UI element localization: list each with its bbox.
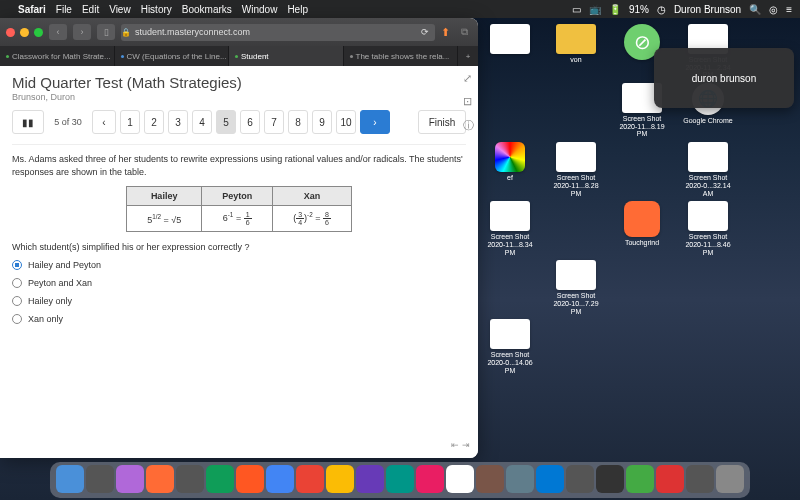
dock-app[interactable] xyxy=(236,465,264,493)
tab-2[interactable]: CW (Equations of the Line... xyxy=(115,46,230,66)
close-button[interactable] xyxy=(6,28,15,37)
option-4[interactable]: Xan only xyxy=(12,314,466,324)
dock-app[interactable] xyxy=(56,465,84,493)
tv-icon[interactable]: 📺 xyxy=(589,4,601,15)
dock-app[interactable] xyxy=(266,465,294,493)
new-tab-button[interactable]: + xyxy=(458,46,478,66)
url-bar[interactable]: 🔒 student.masteryconnect.com ⟳ xyxy=(121,24,435,41)
pause-button[interactable]: ▮▮ xyxy=(12,110,44,134)
dock-app[interactable] xyxy=(206,465,234,493)
info-icon[interactable]: ⓘ xyxy=(463,118,474,133)
tab-1[interactable]: Classwork for Math Strate... xyxy=(0,46,115,66)
dock-app[interactable] xyxy=(566,465,594,493)
page-5[interactable]: 5 xyxy=(216,110,236,134)
desktop-icon[interactable]: Screen Shot 2020-11...8.46 PM xyxy=(680,201,736,256)
tabs-button[interactable]: ⧉ xyxy=(456,24,472,40)
reload-icon[interactable]: ⟳ xyxy=(421,27,435,37)
icon-thumb xyxy=(490,319,530,349)
desktop-icon[interactable] xyxy=(680,260,736,315)
dock-app[interactable] xyxy=(116,465,144,493)
menu-help[interactable]: Help xyxy=(287,4,308,15)
maximize-button[interactable] xyxy=(34,28,43,37)
option-1[interactable]: Hailey and Peyton xyxy=(12,260,466,270)
desktop-icon[interactable]: Screen Shot 2020-10...7.29 PM xyxy=(548,260,604,315)
notification[interactable]: duron brunson xyxy=(654,48,794,108)
desktop-icon[interactable]: Screen Shot 2020-0...32.14 AM xyxy=(680,142,736,197)
desktop-icon[interactable] xyxy=(548,83,604,138)
desktop-icon[interactable]: von xyxy=(548,24,604,79)
dock-app[interactable] xyxy=(686,465,714,493)
battery-icon[interactable]: 🔋 xyxy=(609,4,621,15)
dock-app[interactable] xyxy=(476,465,504,493)
menu-history[interactable]: History xyxy=(141,4,172,15)
desktop-icon[interactable]: Screen Shot 2020-11...8.28 PM xyxy=(548,142,604,197)
menu-bookmarks[interactable]: Bookmarks xyxy=(182,4,232,15)
dock-app[interactable] xyxy=(596,465,624,493)
page-8[interactable]: 8 xyxy=(288,110,308,134)
page-2[interactable]: 2 xyxy=(144,110,164,134)
menu-window[interactable]: Window xyxy=(242,4,278,15)
desktop-icon[interactable] xyxy=(614,260,670,315)
option-3[interactable]: Hailey only xyxy=(12,296,466,306)
share-button[interactable]: ⬆ xyxy=(441,26,450,39)
radio-icon xyxy=(12,314,22,324)
user-name[interactable]: Duron Brunson xyxy=(674,4,741,15)
dock-app[interactable] xyxy=(506,465,534,493)
menu-file[interactable]: File xyxy=(56,4,72,15)
menu-view[interactable]: View xyxy=(109,4,131,15)
page-6[interactable]: 6 xyxy=(240,110,260,134)
desktop-icon[interactable]: Touchgrind xyxy=(614,201,670,256)
dock-app[interactable] xyxy=(326,465,354,493)
dock-app[interactable] xyxy=(296,465,324,493)
desktop-icon[interactable]: ef xyxy=(482,142,538,197)
desktop-icon[interactable] xyxy=(482,260,538,315)
page-9[interactable]: 9 xyxy=(312,110,332,134)
td-hailey: 51/2 = √5 xyxy=(127,206,202,232)
menu-edit[interactable]: Edit xyxy=(82,4,99,15)
dock-app[interactable] xyxy=(626,465,654,493)
desktop-icon[interactable]: Screen Shot 2020-11...8.34 PM xyxy=(482,201,538,256)
resize-handle[interactable]: ⇤ ⇥ xyxy=(451,440,470,450)
next-button[interactable]: › xyxy=(360,110,390,134)
tab-3[interactable]: Student xyxy=(229,46,344,66)
dock-app[interactable] xyxy=(146,465,174,493)
search-icon[interactable]: ⊡ xyxy=(463,95,474,108)
page-1[interactable]: 1 xyxy=(120,110,140,134)
dock-app[interactable] xyxy=(656,465,684,493)
siri-icon[interactable]: ◎ xyxy=(769,4,778,15)
page-7[interactable]: 7 xyxy=(264,110,284,134)
airplay-icon[interactable]: ▭ xyxy=(572,4,581,15)
dock-app[interactable] xyxy=(176,465,204,493)
minimize-button[interactable] xyxy=(20,28,29,37)
desktop-icon[interactable]: Screen Shot 2020-0...14.06 PM xyxy=(482,319,538,374)
page-4[interactable]: 4 xyxy=(192,110,212,134)
app-name[interactable]: Safari xyxy=(18,4,46,15)
forward-button[interactable]: › xyxy=(73,24,91,40)
desktop-icon[interactable] xyxy=(482,24,538,79)
page-3[interactable]: 3 xyxy=(168,110,188,134)
spotlight-icon[interactable]: 🔍 xyxy=(749,4,761,15)
dock-app[interactable] xyxy=(86,465,114,493)
back-button[interactable]: ‹ xyxy=(49,24,67,40)
prev-button[interactable]: ‹ xyxy=(92,110,116,134)
desktop-icon[interactable] xyxy=(614,142,670,197)
expand-icon[interactable]: ⤢ xyxy=(463,72,474,85)
page-10[interactable]: 10 xyxy=(336,110,356,134)
th-hailey: Hailey xyxy=(127,187,202,206)
dock-app[interactable] xyxy=(416,465,444,493)
dock-app[interactable] xyxy=(386,465,414,493)
dock-app[interactable] xyxy=(356,465,384,493)
dock-app[interactable] xyxy=(716,465,744,493)
tab-4[interactable]: The table shows the rela... xyxy=(344,46,459,66)
question-table: Hailey Peyton Xan 51/2 = √5 6-1 = 16 (34… xyxy=(126,186,352,232)
finish-button[interactable]: Finish xyxy=(418,110,466,134)
clock-icon[interactable]: ◷ xyxy=(657,4,666,15)
desktop-icon[interactable] xyxy=(482,83,538,138)
dock-app[interactable] xyxy=(536,465,564,493)
desktop-icon[interactable] xyxy=(548,201,604,256)
sidebar-button[interactable]: ▯ xyxy=(97,24,115,40)
battery-pct: 91% xyxy=(629,4,649,15)
notifications-icon[interactable]: ≡ xyxy=(786,4,792,15)
option-2[interactable]: Peyton and Xan xyxy=(12,278,466,288)
dock-app[interactable] xyxy=(446,465,474,493)
